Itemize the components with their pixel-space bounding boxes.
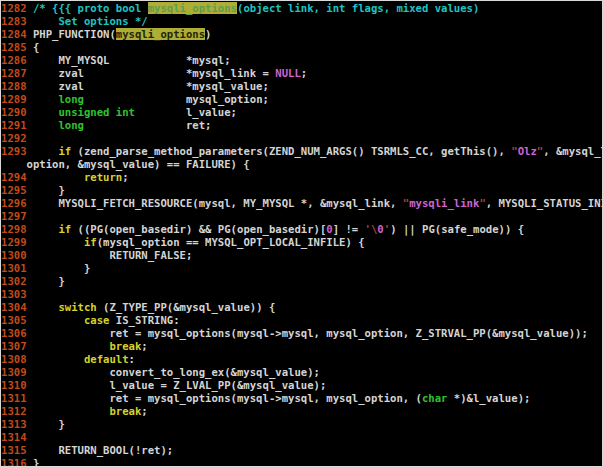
code-segment bbox=[33, 93, 59, 105]
code-segment: unsigned int bbox=[58, 106, 135, 118]
line-number: 1282 bbox=[1, 2, 33, 14]
code-line[interactable]: 1304 switch (Z_TYPE_PP(&mysql_value)) { bbox=[1, 301, 602, 314]
code-segment: switch bbox=[58, 301, 96, 313]
code-line[interactable]: 1296 MYSQLI_FETCH_RESOURCE(mysql, MY_MYS… bbox=[1, 197, 602, 210]
code-line[interactable]: 1291 long ret; bbox=[1, 119, 602, 132]
code-line[interactable]: 1306 ret = mysql_options(mysql->mysql, m… bbox=[1, 327, 602, 340]
code-segment bbox=[33, 171, 84, 183]
line-number: 1294 bbox=[1, 171, 33, 183]
code-segment: option, &mysql_value) == FAILURE) { bbox=[1, 158, 250, 170]
code-segment: l_value; bbox=[135, 106, 237, 118]
code-segment: long bbox=[58, 119, 84, 131]
code-line[interactable]: 1287 zval *mysql_link = NULL; bbox=[1, 67, 602, 80]
code-segment: ret = mysql_options(mysql->mysql, mysql_… bbox=[33, 392, 422, 404]
code-line[interactable]: 1295 } bbox=[1, 184, 602, 197]
code-segment: /* {{{ proto bool bbox=[33, 2, 148, 14]
line-number: 1311 bbox=[1, 392, 33, 404]
code-segment bbox=[33, 340, 110, 352]
code-line[interactable]: 1303 bbox=[1, 288, 602, 301]
code-line[interactable]: 1284 PHP_FUNCTION(mysqli_options) bbox=[1, 28, 602, 41]
code-segment: l_value = Z_LVAL_PP(&mysql_value); bbox=[33, 379, 326, 391]
code-line[interactable]: 1301 } bbox=[1, 262, 602, 275]
code-segment: Olz bbox=[518, 145, 537, 157]
code-segment bbox=[33, 106, 59, 118]
line-number: 1284 bbox=[1, 28, 33, 40]
code-segment: NULL bbox=[275, 67, 301, 79]
code-segment: MY_MYSQL *mysql; bbox=[33, 54, 231, 66]
code-segment: ((PG(open_basedir) && PG(open_basedir)[ bbox=[71, 223, 326, 235]
code-segment: ; bbox=[301, 67, 307, 79]
code-segment: if bbox=[58, 223, 71, 235]
code-line[interactable]: 1286 MY_MYSQL *mysql; bbox=[1, 54, 602, 67]
code-segment: MYSQLI_FETCH_RESOURCE(mysql, MY_MYSQL *,… bbox=[33, 197, 403, 209]
code-line[interactable]: 1298 if ((PG(open_basedir) && PG(open_ba… bbox=[1, 223, 602, 236]
line-number: 1300 bbox=[1, 249, 33, 261]
code-line[interactable]: 1285 { bbox=[1, 41, 602, 54]
code-line[interactable]: 1311 ret = mysql_options(mysql->mysql, m… bbox=[1, 392, 602, 405]
code-segment bbox=[33, 405, 110, 417]
line-number: 1305 bbox=[1, 314, 33, 326]
code-line[interactable]: 1288 zval *mysql_value; bbox=[1, 80, 602, 93]
line-number: 1309 bbox=[1, 366, 33, 378]
code-segment bbox=[33, 353, 84, 365]
code-line[interactable]: 1299 if(mysql_option == MYSQL_OPT_LOCAL_… bbox=[1, 236, 602, 249]
line-number: 1310 bbox=[1, 379, 33, 391]
code-segment: char bbox=[422, 392, 448, 404]
line-number: 1306 bbox=[1, 327, 33, 339]
code-segment: zval *mysql_link = bbox=[33, 67, 275, 79]
line-number: 1285 bbox=[1, 41, 33, 53]
code-segment: RETURN_FALSE; bbox=[33, 249, 192, 261]
code-line[interactable]: 1290 unsigned int l_value; bbox=[1, 106, 602, 119]
line-number: 1298 bbox=[1, 223, 33, 235]
code-segment: (Z_TYPE_PP(&mysql_value)) { bbox=[97, 301, 276, 313]
line-number: 1291 bbox=[1, 119, 33, 131]
code-line-wrap[interactable]: option, &mysql_value) == FAILURE) { bbox=[1, 158, 602, 171]
code-line[interactable]: 1312 break; bbox=[1, 405, 602, 418]
code-line[interactable]: 1302 } bbox=[1, 275, 602, 288]
code-segment: break bbox=[109, 405, 141, 417]
code-segment: long bbox=[58, 93, 84, 105]
line-number: 1292 bbox=[1, 132, 33, 144]
code-segment: ; bbox=[141, 340, 147, 352]
code-line[interactable]: 1282 /* {{{ proto bool mysqli_options(ob… bbox=[1, 2, 602, 15]
code-segment: return bbox=[84, 171, 122, 183]
line-number: 1304 bbox=[1, 301, 33, 313]
code-line[interactable]: 1307 break; bbox=[1, 340, 602, 353]
code-segment bbox=[33, 145, 59, 157]
code-line[interactable]: 1297 bbox=[1, 210, 602, 223]
line-number: 1283 bbox=[1, 15, 33, 27]
code-segment: *)&l_value); bbox=[447, 392, 530, 404]
code-line[interactable]: 1314 bbox=[1, 431, 602, 444]
line-number: 1293 bbox=[1, 145, 33, 157]
code-line[interactable]: 1309 convert_to_long_ex(&mysql_value); bbox=[1, 366, 602, 379]
code-line[interactable]: 1315 RETURN_BOOL(!ret); bbox=[1, 444, 602, 457]
code-segment: ) || PG(safe_mode)) { bbox=[390, 223, 524, 235]
code-line[interactable]: 1305 case IS_STRING: bbox=[1, 314, 602, 327]
line-number: 1287 bbox=[1, 67, 33, 79]
code-segment: , MYSQLI_STATUS_INIT bbox=[486, 197, 602, 209]
code-line[interactable]: 1294 return; bbox=[1, 171, 602, 184]
code-segment: : bbox=[129, 353, 135, 365]
code-line[interactable]: 1293 if (zend_parse_method_parameters(ZE… bbox=[1, 145, 602, 158]
line-number: 1296 bbox=[1, 197, 33, 209]
code-segment: Set options */ bbox=[33, 15, 148, 27]
code-line[interactable]: 1300 RETURN_FALSE; bbox=[1, 249, 602, 262]
line-number: 1315 bbox=[1, 444, 33, 456]
line-number: 1313 bbox=[1, 418, 33, 430]
code-line[interactable]: 1313 } bbox=[1, 418, 602, 431]
code-area[interactable]: 1282 /* {{{ proto bool mysqli_options(ob… bbox=[1, 2, 602, 467]
code-segment: mysqli_link bbox=[409, 197, 479, 209]
code-line[interactable]: 1316 } bbox=[1, 457, 602, 467]
code-line[interactable]: 1310 l_value = Z_LVAL_PP(&mysql_value); bbox=[1, 379, 602, 392]
code-segment: default bbox=[84, 353, 129, 365]
code-editor[interactable]: 1282 /* {{{ proto bool mysqli_options(ob… bbox=[0, 0, 603, 467]
line-number: 1301 bbox=[1, 262, 33, 274]
line-number: 1286 bbox=[1, 54, 33, 66]
code-line[interactable]: 1308 default: bbox=[1, 353, 602, 366]
code-segment: mysql_option; bbox=[84, 93, 269, 105]
code-line[interactable]: 1283 Set options */ bbox=[1, 15, 602, 28]
code-line[interactable]: 1292 bbox=[1, 132, 602, 145]
code-segment: , &mysql_li bbox=[543, 145, 602, 157]
line-number: 1316 bbox=[1, 457, 33, 467]
code-line[interactable]: 1289 long mysql_option; bbox=[1, 93, 602, 106]
